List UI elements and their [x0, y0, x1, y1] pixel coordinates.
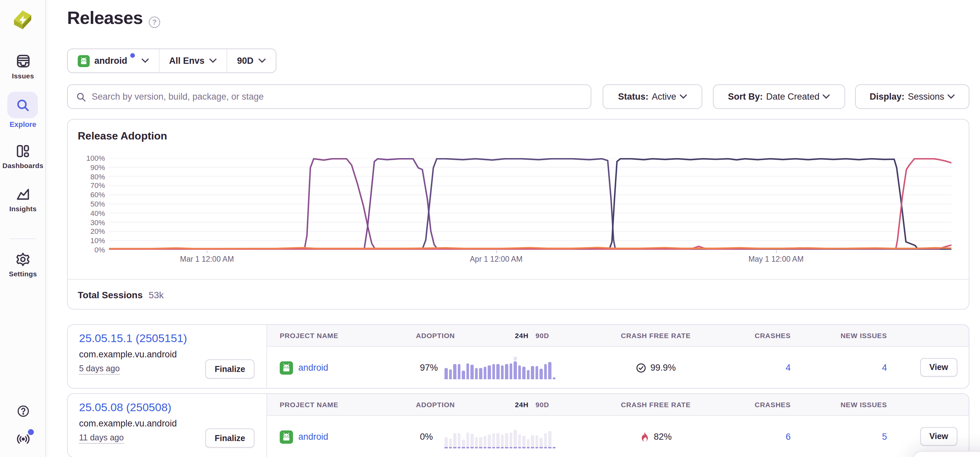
check-circle-icon	[636, 362, 646, 373]
col-90d[interactable]: 90D	[536, 394, 549, 416]
sparkline-bar	[453, 357, 456, 379]
sidebar-item-insights[interactable]: Insights	[0, 187, 46, 213]
release-projects-table: PROJECT NAME ADOPTION 24H 90D CRASH FREE…	[267, 325, 969, 388]
release-age[interactable]: 11 days ago	[79, 433, 124, 444]
sort-by-dropdown[interactable]: Sort By: Date Created	[713, 84, 845, 109]
sidebar-item-settings[interactable]: Settings	[0, 252, 46, 278]
sparkline-bar	[475, 426, 478, 448]
sparkline-bar	[484, 357, 486, 379]
status-dropdown[interactable]: Status: Active	[603, 84, 702, 109]
crash-free-cell: 99.9%	[656, 347, 696, 389]
sort-by-label: Sort By:	[728, 92, 763, 102]
view-button[interactable]: View	[920, 427, 958, 446]
sessions-sparkline[interactable]	[444, 426, 557, 448]
issues-icon	[15, 53, 31, 69]
new-issues-link[interactable]: 5	[829, 432, 887, 442]
sparkline-bar	[548, 357, 551, 379]
release-card: 25.05.15.1 (2505151) com.example.vu.andr…	[67, 324, 969, 389]
total-sessions-value: 53k	[149, 289, 164, 300]
sparkline-bar	[449, 357, 452, 379]
date-range-filter[interactable]: 90D	[227, 49, 276, 72]
project-filter[interactable]: android	[68, 49, 159, 72]
y-tick-label: 60%	[78, 190, 105, 198]
project-cell[interactable]: android	[280, 416, 328, 457]
y-tick-label: 80%	[78, 172, 105, 180]
x-tick-label: May 1 12:00 AM	[748, 255, 803, 263]
view-button[interactable]: View	[920, 358, 958, 377]
sentry-logo[interactable]	[10, 7, 35, 33]
sparkline-bar	[527, 357, 530, 379]
col-project-name: PROJECT NAME	[280, 394, 338, 416]
sidebar-item-label-explore[interactable]: Explore	[0, 120, 46, 128]
col-project-name: PROJECT NAME	[280, 325, 338, 347]
project-link[interactable]: android	[298, 432, 328, 442]
sidebar-item-dashboards[interactable]: Dashboards	[0, 143, 46, 170]
sparkline-bar	[488, 357, 491, 379]
search-explore-icon	[15, 97, 30, 113]
broadcast-button[interactable]	[0, 432, 46, 446]
chevron-down-icon	[947, 94, 955, 99]
chevron-down-icon	[258, 59, 266, 63]
android-icon	[78, 55, 90, 67]
sidebar-divider	[10, 238, 36, 239]
project-notification-dot	[130, 53, 135, 58]
y-tick-label: 40%	[78, 209, 105, 217]
status-value: Active	[652, 92, 676, 102]
adoption-chart[interactable]	[109, 158, 951, 250]
sidebar-item-issues[interactable]: Issues	[0, 53, 46, 80]
sort-by-value: Date Created	[766, 92, 819, 102]
release-package: com.example.vu.android	[79, 349, 177, 359]
release-version-link[interactable]: 25.05.08 (250508)	[79, 401, 172, 414]
sparkline-bar	[492, 357, 495, 379]
floating-widget-peek[interactable]	[912, 451, 980, 457]
new-issues-link[interactable]: 4	[829, 363, 887, 373]
sparkline-bar	[470, 357, 473, 379]
project-cell[interactable]: android	[280, 347, 328, 389]
x-tick-mark	[496, 251, 497, 253]
sparkline-bar	[509, 426, 512, 448]
sparkline-bar	[505, 357, 508, 379]
crashes-link[interactable]: 4	[732, 363, 791, 373]
search-input[interactable]	[92, 92, 583, 102]
page-help-icon[interactable]: ?	[149, 17, 160, 28]
chevron-down-icon	[209, 59, 216, 63]
display-dropdown[interactable]: Display: Sessions	[855, 84, 969, 109]
sidebar: Issues Explore Dashboards Insights	[0, 0, 46, 457]
sparkline-bar	[466, 426, 469, 448]
project-link[interactable]: android	[298, 363, 328, 373]
x-tick-mark	[207, 251, 208, 253]
sparkline-bar	[475, 357, 478, 379]
col-crash-free-rate: CRASH FREE RATE	[621, 394, 690, 416]
col-crash-free-rate: CRASH FREE RATE	[621, 325, 690, 347]
col-new-issues: NEW ISSUES	[829, 394, 887, 416]
crashes-link[interactable]: 6	[732, 432, 791, 442]
table-row: android 97% 99.9% 4	[267, 347, 969, 389]
sparkline-bar	[514, 426, 517, 448]
col-adoption: ADOPTION	[416, 394, 455, 416]
col-24h[interactable]: 24H	[515, 394, 528, 416]
crash-free-value: 82%	[654, 432, 672, 442]
sparkline-bar	[466, 357, 469, 379]
notification-dot	[28, 429, 34, 435]
sparkline-bar	[462, 426, 465, 448]
finalize-button[interactable]: Finalize	[205, 428, 255, 448]
col-24h[interactable]: 24H	[515, 325, 528, 347]
sparkline-bar	[552, 357, 555, 379]
table-header: PROJECT NAME ADOPTION 24H 90D CRASH FREE…	[267, 325, 969, 347]
help-button[interactable]	[0, 405, 46, 418]
fire-icon	[640, 432, 650, 442]
col-90d[interactable]: 90D	[536, 325, 549, 347]
global-filter-bar: android All Envs 90D	[67, 49, 276, 73]
sidebar-item-label: Dashboards	[0, 162, 46, 170]
y-tick-label: 90%	[78, 163, 105, 171]
page-title: Releases	[67, 8, 143, 29]
release-age[interactable]: 5 days ago	[79, 364, 119, 374]
release-card: 25.05.08 (250508) com.example.vu.android…	[67, 393, 969, 457]
environment-filter[interactable]: All Envs	[159, 49, 227, 72]
x-tick-label: Mar 1 12:00 AM	[180, 255, 234, 263]
release-version-link[interactable]: 25.05.15.1 (2505151)	[79, 332, 187, 345]
sidebar-item-explore[interactable]	[7, 92, 38, 118]
finalize-button[interactable]: Finalize	[205, 359, 255, 379]
sessions-sparkline[interactable]	[444, 357, 557, 379]
sparkline-bar	[514, 357, 517, 379]
